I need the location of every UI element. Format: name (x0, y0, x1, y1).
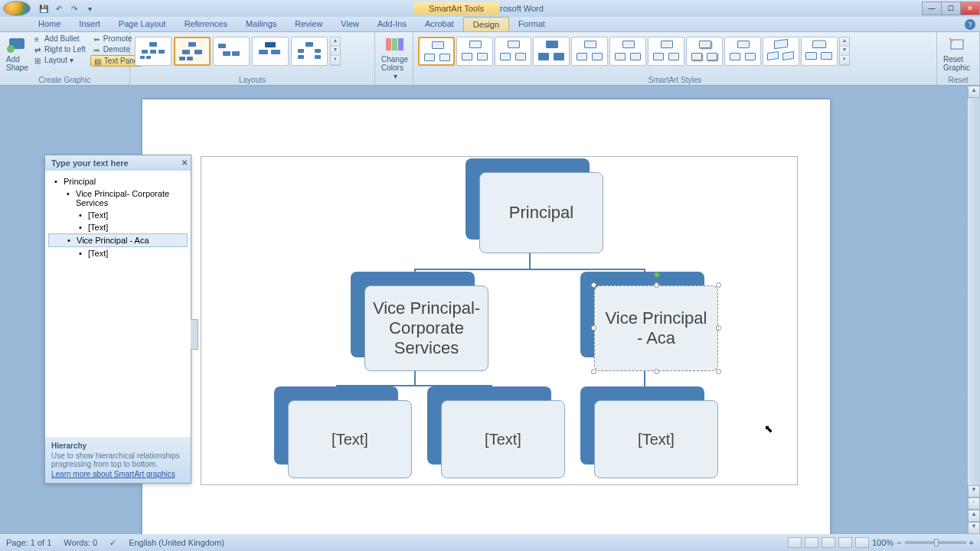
resize-handle[interactable] (654, 282, 659, 288)
resize-handle[interactable] (654, 369, 659, 374)
title-bar: 💾 ↶ ↷ ▾ Document5 - Microsoft Word Smart… (0, 0, 980, 17)
style-option[interactable] (495, 37, 531, 66)
tab-design[interactable]: Design (463, 17, 509, 31)
gallery-scroll[interactable]: ▲▼▾ (330, 37, 341, 66)
maximize-button[interactable]: ☐ (941, 2, 961, 15)
org-node-vp-corporate[interactable]: Vice Principal- Corporate Services (364, 285, 488, 371)
style-option[interactable] (533, 37, 570, 66)
styles-gallery[interactable]: ▲▼▾ (418, 34, 932, 75)
text-pane-header: Type your text here ✕ (45, 155, 191, 171)
smartart-canvas[interactable]: Principal Vice Principal- Corporate Serv… (201, 156, 798, 485)
text-pane-item[interactable]: Vice Principal- Corporate Services (48, 187, 188, 209)
close-button[interactable]: ✕ (960, 2, 980, 15)
layout-option[interactable] (135, 37, 172, 66)
qat-customize-icon[interactable]: ▾ (83, 2, 96, 15)
style-option-selected[interactable] (418, 37, 455, 66)
proofing-icon[interactable]: ✓ (109, 538, 116, 548)
layouts-gallery[interactable]: ▲▼▾ (135, 34, 370, 75)
outline-view-button[interactable] (838, 537, 852, 548)
tab-review[interactable]: Review (286, 17, 332, 31)
style-option[interactable] (571, 37, 608, 66)
text-pane-item[interactable]: [Text] (48, 247, 188, 259)
rotate-handle-icon[interactable] (654, 272, 660, 278)
right-to-left-button[interactable]: ⇄Right to Left (31, 44, 89, 54)
style-option[interactable] (456, 37, 493, 66)
status-language[interactable]: English (United Kingdom) (129, 538, 224, 547)
zoom-slider[interactable] (905, 541, 966, 544)
group-label-create-graphic: Create Graphic (5, 75, 125, 85)
quick-access-toolbar: 💾 ↶ ↷ ▾ (37, 2, 96, 15)
svg-rect-5 (951, 40, 963, 49)
document-area: Principal Vice Principal- Corporate Serv… (0, 86, 968, 534)
text-pane-item[interactable]: [Text] (48, 209, 188, 221)
resize-handle[interactable] (716, 325, 721, 331)
status-page[interactable]: Page: 1 of 1 (6, 538, 51, 547)
web-layout-view-button[interactable] (822, 537, 835, 548)
add-bullet-button[interactable]: ≡Add Bullet (31, 34, 89, 44)
org-node-placeholder[interactable]: [Text] (594, 400, 718, 478)
text-pane-list[interactable]: PrincipalVice Principal- Corporate Servi… (45, 171, 191, 264)
reset-graphic-button[interactable]: Reset Graphic (942, 34, 972, 73)
style-option[interactable] (609, 37, 646, 66)
change-colors-button[interactable]: Change Colors ▾ (380, 34, 410, 82)
tab-view[interactable]: View (332, 17, 368, 31)
add-shape-button[interactable]: Add Shape (5, 34, 30, 75)
text-pane-item[interactable]: [Text] (48, 221, 188, 233)
layout-option-selected[interactable] (174, 37, 211, 66)
layout-option[interactable] (252, 37, 289, 66)
style-option[interactable] (648, 37, 684, 66)
ribbon: Add Shape ≡Add Bullet ⇄Right to Left ⊞La… (0, 32, 980, 86)
style-option[interactable] (724, 37, 761, 66)
tab-insert[interactable]: Insert (70, 17, 109, 31)
org-node-principal[interactable]: Principal (479, 172, 603, 253)
resize-handle[interactable] (716, 369, 721, 374)
tab-format[interactable]: Format (509, 17, 554, 31)
resize-handle[interactable] (716, 282, 721, 288)
style-option[interactable] (686, 37, 723, 66)
tab-acrobat[interactable]: Acrobat (416, 17, 463, 31)
tab-add-ins[interactable]: Add-Ins (368, 17, 416, 31)
office-button[interactable] (3, 1, 31, 16)
tab-references[interactable]: References (175, 17, 237, 31)
text-pane-collapse-handle[interactable] (191, 319, 198, 350)
resize-handle[interactable] (591, 282, 596, 288)
style-option[interactable] (763, 37, 799, 66)
zoom-out-button[interactable]: − (897, 538, 901, 547)
minimize-button[interactable]: — (922, 2, 942, 15)
svg-rect-3 (392, 38, 397, 51)
resize-handle[interactable] (591, 325, 596, 331)
close-icon[interactable]: ✕ (181, 158, 188, 167)
learn-more-link[interactable]: Learn more about SmartArt graphics (51, 470, 185, 478)
redo-icon[interactable]: ↷ (67, 2, 81, 15)
vertical-scrollbar[interactable]: ▲ ▼ ◦ ▲ ▼ (968, 86, 980, 534)
draft-view-button[interactable] (855, 537, 869, 548)
gallery-scroll[interactable]: ▲▼▾ (839, 37, 850, 66)
text-pane-item[interactable]: Principal (48, 175, 188, 187)
help-icon[interactable]: ? (965, 19, 975, 30)
layout-button[interactable]: ⊞Layout ▾ (31, 55, 89, 65)
undo-icon[interactable]: ↶ (52, 2, 66, 15)
org-node-placeholder[interactable]: [Text] (288, 400, 412, 478)
svg-point-1 (7, 45, 15, 53)
group-label-styles: SmartArt Styles (418, 75, 932, 85)
ribbon-tabs: HomeInsertPage LayoutReferencesMailingsR… (0, 17, 980, 32)
style-option[interactable] (801, 37, 838, 66)
org-node-placeholder[interactable]: [Text] (441, 400, 565, 478)
layout-option[interactable] (213, 37, 250, 66)
tab-home[interactable]: Home (29, 17, 70, 31)
text-pane-item[interactable]: Vice Principal - Aca (48, 233, 188, 247)
tab-mailings[interactable]: Mailings (237, 17, 286, 31)
group-label-layouts: Layouts (135, 75, 370, 85)
smartart-text-pane: Type your text here ✕ PrincipalVice Prin… (44, 155, 191, 484)
layout-option[interactable] (291, 37, 328, 66)
status-words[interactable]: Words: 0 (64, 538, 97, 547)
status-bar: Page: 1 of 1 Words: 0 ✓ English (United … (0, 534, 980, 551)
zoom-in-button[interactable]: + (969, 538, 974, 547)
print-layout-view-button[interactable] (788, 537, 802, 548)
zoom-level[interactable]: 100% (872, 538, 893, 547)
resize-handle[interactable] (591, 369, 596, 374)
save-icon[interactable]: 💾 (37, 2, 51, 15)
org-node-vp-aca[interactable]: Vice Principal - Aca (594, 285, 718, 371)
full-screen-view-button[interactable] (805, 537, 818, 548)
tab-page-layout[interactable]: Page Layout (109, 17, 175, 31)
